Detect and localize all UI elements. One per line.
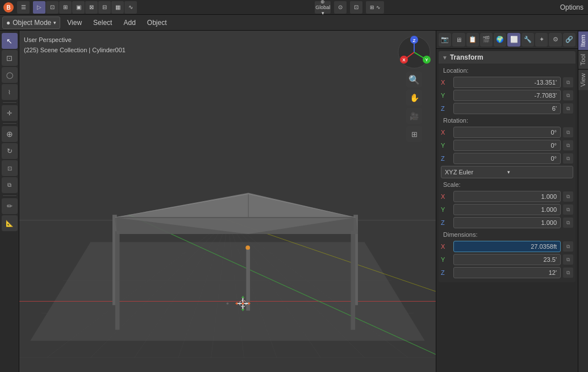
rotation-y-row: Y ⧉ bbox=[441, 140, 573, 151]
annotate-tool-btn[interactable]: ✏ bbox=[2, 198, 18, 214]
rot-z-label: Z bbox=[441, 154, 451, 163]
rot-z-input[interactable] bbox=[453, 153, 561, 164]
scale-x-input[interactable] bbox=[453, 191, 561, 202]
loc-z-copy-btn[interactable]: ⧉ bbox=[563, 103, 573, 114]
svg-rect-26 bbox=[115, 231, 120, 330]
axis-gizmo[interactable]: Z X Y bbox=[397, 35, 431, 69]
icon-btn-2[interactable]: ⊞ bbox=[59, 1, 72, 14]
pan-btn[interactable]: ✋ bbox=[406, 90, 422, 106]
rot-x-copy-btn[interactable]: ⧉ bbox=[563, 127, 573, 137]
zoom-in-btn[interactable]: 🔍 bbox=[406, 72, 422, 87]
cursor-tool-btn[interactable]: ✛ bbox=[2, 105, 18, 121]
select-box-btn[interactable]: ⊡ bbox=[2, 50, 18, 66]
scene-collection-label: (225) Scene Collection | Cylinder001 bbox=[24, 45, 126, 56]
select-tool-btn[interactable]: ↖ bbox=[2, 33, 18, 49]
rot-z-copy-btn[interactable]: ⧉ bbox=[563, 153, 573, 164]
item-tab[interactable]: Item bbox=[578, 31, 588, 50]
loc-x-input[interactable] bbox=[453, 77, 561, 88]
physics-tab[interactable]: ⚙ bbox=[549, 33, 561, 47]
object-tab[interactable]: ⬜ bbox=[507, 33, 520, 47]
render-tab[interactable]: 📷 bbox=[439, 33, 451, 47]
euler-mode-dropdown[interactable]: XYZ Euler ▾ bbox=[441, 166, 573, 178]
new-file-btn[interactable]: ☰ bbox=[17, 1, 30, 14]
icon-btn-5[interactable]: ⊟ bbox=[98, 1, 111, 14]
view-tab[interactable]: View bbox=[578, 69, 588, 90]
location-x-row: X ⧉ bbox=[441, 77, 573, 88]
world-tab[interactable]: 🌍 bbox=[494, 33, 506, 47]
move-tool-btn[interactable]: ⊕ bbox=[2, 126, 18, 142]
select-circle-btn[interactable]: ◯ bbox=[2, 67, 18, 83]
dim-z-input[interactable] bbox=[453, 267, 561, 278]
scale-z-label: Z bbox=[441, 218, 451, 227]
dim-x-input[interactable] bbox=[453, 241, 561, 252]
dim-x-copy-btn[interactable]: ⧉ bbox=[563, 241, 573, 252]
options-menu[interactable]: Options bbox=[560, 3, 588, 11]
loc-y-label: Y bbox=[441, 91, 451, 100]
svg-point-46 bbox=[227, 302, 229, 304]
snap-btn[interactable]: ⊡ bbox=[350, 1, 362, 14]
rot-x-input[interactable] bbox=[453, 127, 561, 138]
top-bar-left: B ☰ ▷ ⊡ ⊞ ▣ ⊠ ⊟ ▦ ∿ bbox=[0, 1, 139, 14]
3d-viewport[interactable]: User Perspective (225) Scene Collection … bbox=[19, 31, 436, 372]
rot-y-copy-btn[interactable]: ⧉ bbox=[563, 140, 573, 151]
proportional-edit-btn[interactable]: ⊙ bbox=[334, 1, 347, 14]
scale-z-row: Z ⧉ bbox=[441, 217, 573, 228]
grid-view-btn[interactable]: ⊞ bbox=[406, 126, 422, 142]
top-menu-bar: B ☰ ▷ ⊡ ⊞ ▣ ⊠ ⊟ ▦ ∿ ⊕ Global ▾ ⊙ ⊡ ⊞ ∿ O… bbox=[0, 0, 588, 15]
scale-y-input[interactable] bbox=[453, 204, 561, 215]
scale-x-copy-btn[interactable]: ⧉ bbox=[563, 191, 573, 202]
dim-z-row: Z ⧉ bbox=[441, 267, 573, 278]
loc-y-copy-btn[interactable]: ⧉ bbox=[563, 90, 573, 101]
rotation-label: Rotation: bbox=[441, 116, 573, 125]
loc-x-copy-btn[interactable]: ⧉ bbox=[563, 77, 573, 87]
output-tab[interactable]: 🖥 bbox=[452, 33, 465, 47]
editor-type-btn[interactable]: ▷ bbox=[33, 1, 45, 14]
main-layout: ↖ ⊡ ◯ ⌇ ✛ ⊕ ↻ ⊡ ⧉ ✏ 📐 bbox=[0, 31, 588, 372]
select-menu[interactable]: Select bbox=[89, 16, 116, 29]
svg-point-29 bbox=[245, 245, 250, 250]
select-lasso-btn[interactable]: ⌇ bbox=[2, 84, 18, 100]
icon-btn-3[interactable]: ▣ bbox=[72, 1, 85, 14]
scale-y-copy-btn[interactable]: ⧉ bbox=[563, 204, 573, 215]
icon-btn-6[interactable]: ▦ bbox=[111, 1, 124, 14]
icon-btn-7[interactable]: ∿ bbox=[124, 1, 137, 14]
dim-y-input[interactable] bbox=[453, 254, 561, 265]
rotation-label-row: Rotation: bbox=[441, 116, 573, 125]
mirror-btn[interactable]: ⊞ ∿ bbox=[366, 1, 384, 14]
left-toolbar: ↖ ⊡ ◯ ⌇ ✛ ⊕ ↻ ⊡ ⧉ ✏ 📐 bbox=[0, 31, 19, 372]
transform-section-header[interactable]: ▼ Transform bbox=[439, 51, 576, 64]
object-mode-dropdown[interactable]: ● Object Mode ▾ bbox=[2, 16, 60, 29]
scene-tab[interactable]: 🎬 bbox=[480, 33, 493, 47]
svg-text:Z: Z bbox=[413, 38, 416, 43]
dim-z-copy-btn[interactable]: ⧉ bbox=[563, 267, 573, 278]
transform-global-btn[interactable]: ⊕ Global ▾ bbox=[315, 1, 331, 14]
dimensions-label-row: Dimensions: bbox=[441, 230, 573, 239]
constraints-tab[interactable]: 🔗 bbox=[563, 33, 576, 47]
rotate-tool-btn[interactable]: ↻ bbox=[2, 143, 18, 159]
view-menu[interactable]: View bbox=[62, 16, 86, 29]
3d-viewport-icon[interactable]: ⊡ bbox=[46, 1, 59, 14]
camera-btn[interactable]: 🎥 bbox=[406, 108, 422, 124]
measure-tool-btn[interactable]: 📐 bbox=[2, 215, 18, 231]
scale-tool-btn[interactable]: ⊡ bbox=[2, 160, 18, 176]
view-layer-tab[interactable]: 📋 bbox=[466, 33, 479, 47]
toolbar-separator-2 bbox=[3, 123, 16, 124]
object-menu[interactable]: Object bbox=[143, 16, 172, 29]
modifier-tab[interactable]: 🔧 bbox=[522, 33, 534, 47]
properties-panel: 📷 🖥 📋 🎬 🌍 ⬜ 🔧 ✦ ⚙ 🔗 ▼ Transform bbox=[436, 31, 578, 372]
rot-y-input[interactable] bbox=[453, 140, 561, 151]
side-tabs: Item Tool View bbox=[578, 31, 588, 372]
scale-z-input[interactable] bbox=[453, 217, 561, 228]
scale-z-copy-btn[interactable]: ⧉ bbox=[563, 218, 573, 228]
blender-logo[interactable]: B bbox=[2, 1, 15, 14]
loc-y-input[interactable] bbox=[453, 90, 561, 101]
loc-z-input[interactable] bbox=[453, 103, 561, 114]
transform-title: Transform bbox=[450, 53, 483, 61]
icon-btn-4[interactable]: ⊠ bbox=[85, 1, 98, 14]
tool-tab[interactable]: Tool bbox=[578, 50, 588, 69]
add-menu[interactable]: Add bbox=[119, 16, 140, 29]
particle-tab[interactable]: ✦ bbox=[535, 33, 548, 47]
svg-point-41 bbox=[242, 302, 244, 304]
transform-tool-btn[interactable]: ⧉ bbox=[2, 177, 18, 193]
dim-y-copy-btn[interactable]: ⧉ bbox=[563, 254, 573, 265]
